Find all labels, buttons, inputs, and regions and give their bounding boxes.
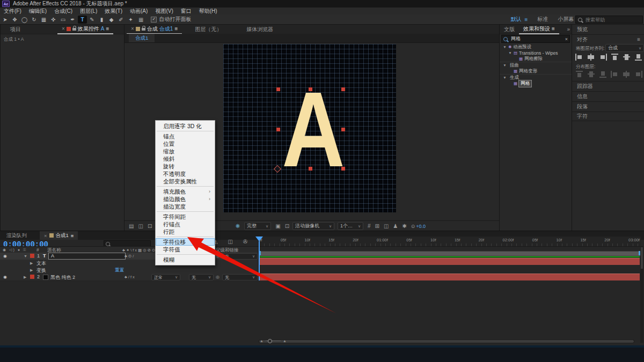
distribute-center-v-icon[interactable] (587, 71, 595, 78)
composition-viewport[interactable]: A (223, 44, 396, 212)
align-center-v-icon[interactable] (623, 54, 631, 61)
context-menu-item[interactable] (157, 254, 214, 255)
tool-icon[interactable]: ➤ (1, 16, 10, 24)
zoom-slider[interactable] (266, 341, 281, 341)
context-menu-item[interactable]: 锚点 (156, 132, 215, 140)
tool-icon[interactable]: ✥ (10, 16, 19, 24)
menu-item[interactable]: 视图(V) (151, 8, 177, 15)
tab-effects-presets[interactable]: 效果和预设 ≡ (519, 24, 559, 34)
workspace-small-screen[interactable]: 小屏幕 (558, 16, 574, 23)
align-center-h-icon[interactable] (587, 54, 595, 61)
layer-row-1[interactable]: ◉ ▼ 1 T A ♣⊙/ ◎ 无∨ (0, 253, 258, 260)
workspace-menu-icon[interactable]: ≡ (524, 17, 528, 23)
tool-icon[interactable]: ✜ (49, 16, 58, 24)
layer1-duration-bar[interactable] (259, 258, 640, 265)
tool-icon[interactable]: ✐ (116, 16, 126, 24)
help-search-input[interactable] (584, 17, 640, 23)
effects-tree-item[interactable]: ▼ ✱ 动画预设 (500, 44, 572, 50)
tool-icon[interactable]: ✎ (87, 16, 97, 24)
twirl-icon[interactable]: ▼ (503, 45, 507, 49)
twirl-icon[interactable]: ▶ (30, 261, 33, 265)
layer-switches[interactable]: ♣/fx (125, 275, 136, 279)
panel-menu-icon[interactable]: ≡ (637, 36, 640, 42)
tool-icon[interactable]: ✒ (68, 16, 77, 24)
reset-exposure-icon[interactable]: ✱ (402, 223, 406, 229)
effects-tree-item[interactable]: ▼ ▤ Transitions - Wipes (500, 50, 572, 56)
pickwhip-icon[interactable]: ◎ (216, 254, 219, 258)
clear-search-icon[interactable]: × (565, 36, 568, 42)
layer-name[interactable]: A (48, 253, 126, 260)
panel-menu-icon[interactable]: ≡ (71, 233, 74, 239)
twirl-icon[interactable]: ▼ (508, 51, 512, 55)
selection-handle[interactable] (309, 167, 312, 171)
resolution-dropdown[interactable]: 完整 ∨ (244, 222, 271, 230)
context-menu-item[interactable]: 行距 (156, 228, 215, 235)
layer-name[interactable]: 黑色 纯色 2 (50, 274, 75, 281)
panel-preview[interactable]: 预览 (572, 25, 644, 34)
tab-timeline-comp[interactable]: × 合成1 ≡ (40, 231, 78, 240)
effects-search-input[interactable] (510, 36, 564, 42)
effects-tree-item[interactable]: ▦ 网格擦除 (500, 56, 572, 62)
parent-dropdown[interactable]: 无∨ (222, 274, 258, 280)
context-menu-item[interactable] (157, 131, 214, 131)
panel-tracker[interactable]: 跟踪器 (572, 81, 644, 91)
panel-menu-icon[interactable]: ≡ (174, 26, 178, 32)
context-menu-item[interactable] (157, 211, 214, 212)
context-menu-item[interactable]: 启用逐字 3D 化 (156, 122, 215, 130)
panel-icon[interactable]: ▦ (138, 17, 143, 23)
context-menu-item[interactable]: 模糊 (156, 256, 215, 263)
tab-neighbor[interactable]: 文版 (500, 25, 519, 34)
context-menu-item[interactable]: 不透明度 (156, 170, 215, 178)
tab-composition[interactable]: × 合成 合成1 ≡ (127, 24, 182, 34)
effects-tree-item[interactable]: ▦ 网格变形 (500, 68, 572, 74)
tool-icon[interactable]: T (78, 16, 87, 24)
distribute-center-h-icon[interactable] (623, 71, 631, 78)
tool-icon[interactable]: ▦ (39, 16, 48, 24)
eye-icon[interactable]: ◉ (3, 275, 7, 279)
menu-item[interactable]: 帮助(H) (195, 8, 221, 15)
workspace-standard[interactable]: 标准 (537, 16, 548, 23)
anchor-point[interactable] (274, 165, 281, 173)
context-menu-item[interactable]: 位置 (156, 140, 215, 147)
zoom-out-icon[interactable]: ▲ (260, 339, 264, 343)
work-area-bar[interactable] (259, 251, 641, 256)
tool-icon[interactable]: ↻ (30, 16, 39, 24)
align-top-icon[interactable] (611, 54, 619, 61)
close-icon[interactable]: × (131, 26, 134, 32)
tab-effect-controls[interactable]: × 效果控件 A ≡ (57, 24, 113, 34)
panel-paragraph[interactable]: 段落 (572, 101, 644, 111)
context-menu-item[interactable]: 倾斜 (156, 155, 215, 162)
exposure-value[interactable]: +0.0 (416, 224, 426, 229)
flowchart-icon[interactable]: ♟ (393, 223, 398, 229)
auto-open-checkbox[interactable]: ✓ (151, 17, 157, 23)
selection-handle[interactable] (341, 167, 345, 171)
selection-handle[interactable] (341, 87, 345, 91)
zoom-in-icon[interactable]: ▲ (283, 339, 287, 343)
eye-icon[interactable]: ◉ (3, 254, 7, 258)
tool-icon[interactable]: ◯ (20, 16, 29, 24)
pickwhip-icon[interactable]: ◎ (216, 275, 219, 279)
context-menu-item[interactable]: 字符值 (156, 246, 215, 253)
distribute-top-icon[interactable] (575, 71, 583, 78)
context-menu-item[interactable]: 行锚点 (156, 220, 215, 228)
tab-render-queue[interactable]: 渲染队列 (6, 232, 27, 239)
overflow-icon[interactable]: » (567, 26, 570, 32)
twirl-icon[interactable]: ▶ (24, 275, 26, 279)
parent-dropdown[interactable]: 无∨ (222, 253, 258, 260)
selection-handle[interactable] (341, 128, 345, 131)
menu-item[interactable]: 编辑(E) (25, 8, 50, 15)
camera-dropdown[interactable]: 活动摄像机 ∨ (292, 222, 334, 230)
color-management-icon[interactable]: ❋ (236, 223, 240, 229)
comp-sub-tab[interactable]: 合成1 (129, 34, 155, 42)
panel-character[interactable]: 字符 (572, 112, 644, 121)
blend-mode-dropdown[interactable]: 正常∨ (151, 274, 180, 280)
layer-color-swatch[interactable] (30, 275, 34, 279)
effects-tree-item[interactable]: ▦ 网格 (500, 80, 572, 86)
tab-project[interactable]: 项目 (6, 25, 25, 34)
text-property-group-row[interactable]: ▶ 文本 动画: ⊙ (0, 260, 258, 267)
menu-item[interactable]: 图层(L) (76, 8, 101, 15)
effects-tree-item[interactable]: ▼ 扭曲 (500, 62, 572, 68)
time-ruler[interactable]: 0f05f10f15f20f01:00f05f10f15f20f02:00f05… (258, 237, 641, 247)
effects-search[interactable]: × (501, 35, 570, 43)
close-icon[interactable]: × (62, 26, 65, 32)
